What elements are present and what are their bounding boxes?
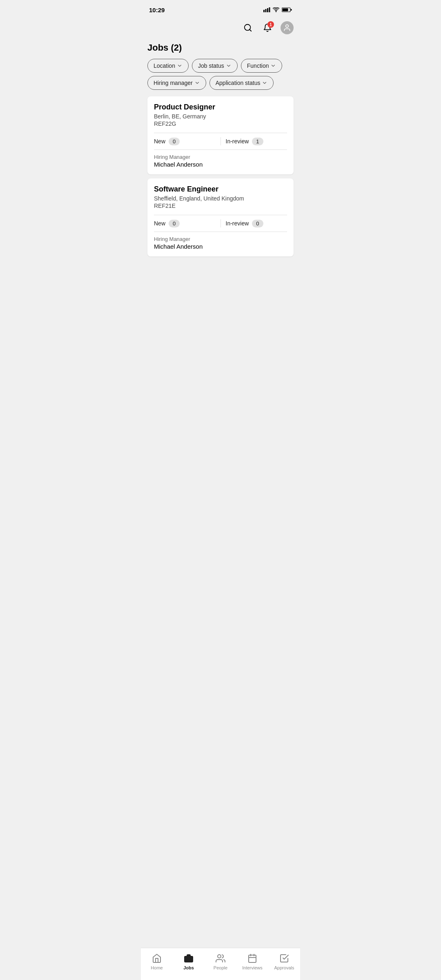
main-content: Jobs (2) Location Job status Function Hi…: [141, 38, 300, 301]
stat-divider: [220, 219, 221, 227]
wifi-icon: [273, 7, 279, 12]
job-divider: [154, 215, 287, 215]
status-bar: 10:29: [141, 0, 300, 18]
filter-function[interactable]: Function: [241, 59, 283, 73]
svg-point-10: [286, 25, 289, 28]
status-icons: [263, 7, 292, 12]
svg-rect-7: [291, 9, 292, 11]
stat-divider: [220, 137, 221, 145]
page-title: Jobs (2): [147, 42, 294, 53]
chevron-down-icon: [177, 63, 183, 69]
svg-rect-2: [267, 8, 268, 12]
chevron-down-icon: [194, 80, 200, 86]
job-stats: New 0 In-review 1: [154, 137, 287, 145]
hiring-name: Michael Anderson: [154, 161, 287, 168]
svg-rect-0: [263, 10, 265, 12]
svg-rect-3: [269, 7, 270, 12]
filter-application-status[interactable]: Application status: [209, 76, 274, 90]
stat-in-review: In-review 0: [226, 220, 287, 227]
svg-rect-1: [265, 9, 267, 12]
search-button[interactable]: [241, 21, 254, 34]
hiring-name: Michael Anderson: [154, 243, 287, 250]
notification-badge: 1: [267, 21, 274, 28]
job-divider: [154, 133, 287, 133]
filter-location[interactable]: Location: [147, 59, 189, 73]
filters-row: Location Job status Function Hiring mana…: [147, 59, 294, 90]
status-time: 10:29: [149, 7, 165, 13]
avatar-circle: [281, 21, 294, 34]
stat-in-review: In-review 1: [226, 138, 287, 145]
stat-new: New 0: [154, 220, 216, 227]
filter-hiring-manager[interactable]: Hiring manager: [147, 76, 206, 90]
hiring-label: Hiring Manager: [154, 154, 287, 160]
job-location: Sheffield, England, United Kingdom: [154, 195, 287, 202]
job-ref: REF22G: [154, 120, 287, 127]
hiring-label: Hiring Manager: [154, 236, 287, 242]
job-divider-2: [154, 149, 287, 150]
chevron-down-icon: [226, 63, 232, 69]
job-stats: New 0 In-review 0: [154, 219, 287, 227]
job-location: Berlin, BE, Germany: [154, 113, 287, 120]
chevron-down-icon: [262, 80, 267, 86]
job-title: Product Designer: [154, 103, 287, 111]
signal-icon: [263, 7, 270, 12]
svg-point-4: [276, 11, 276, 12]
stat-new: New 0: [154, 138, 216, 145]
chevron-down-icon: [270, 63, 276, 69]
notification-button[interactable]: 1: [261, 21, 274, 34]
job-divider-2: [154, 232, 287, 232]
filter-job-status[interactable]: Job status: [192, 59, 238, 73]
job-card-1[interactable]: Product Designer Berlin, BE, Germany REF…: [147, 96, 294, 174]
avatar[interactable]: [281, 21, 294, 34]
job-card-2[interactable]: Software Engineer Sheffield, England, Un…: [147, 178, 294, 256]
svg-rect-6: [283, 9, 288, 11]
job-ref: REF21E: [154, 203, 287, 209]
svg-line-9: [249, 29, 251, 31]
job-title: Software Engineer: [154, 185, 287, 194]
battery-icon: [282, 7, 292, 12]
top-bar: 1: [141, 18, 300, 38]
